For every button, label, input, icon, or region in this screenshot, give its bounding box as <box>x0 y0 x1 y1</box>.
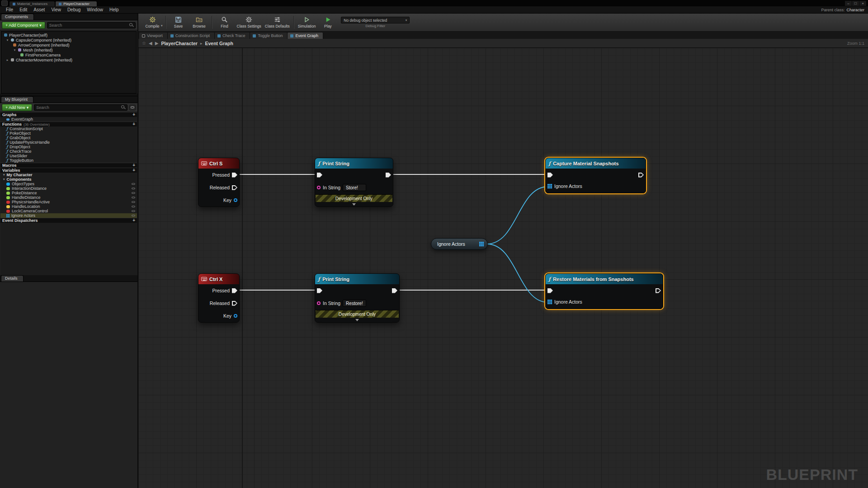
browse-button[interactable]: Browse <box>189 14 210 31</box>
view-options-button[interactable] <box>129 105 136 110</box>
add-component-button[interactable]: + Add Component ▾ <box>2 22 45 29</box>
array-pin[interactable] <box>547 300 552 304</box>
components-search-input[interactable] <box>49 23 127 28</box>
array-wire[interactable] <box>487 187 548 244</box>
expander-icon[interactable]: ▾ <box>6 38 9 42</box>
breadcrumb-event-graph[interactable]: Event Graph <box>205 41 233 46</box>
variable-row-ignore-actors[interactable]: Ignore Actors <box>0 213 137 218</box>
asset-tab-playercharacter[interactable]: PlayerCharacter <box>55 1 97 6</box>
array-pin[interactable] <box>479 242 484 246</box>
function-row[interactable]: ƒUpdatePhysicsHandle <box>0 140 137 145</box>
variable-row[interactable]: HandleLocation <box>0 204 137 209</box>
macros-section-header[interactable]: Macros + <box>0 163 137 168</box>
key-pin[interactable] <box>234 314 237 318</box>
exec-out-pin[interactable] <box>392 288 397 293</box>
functions-section-header[interactable]: Functions (36 Overridable) + <box>0 122 137 127</box>
node-ignore-actors-variable[interactable]: Ignore Actors <box>431 238 488 250</box>
node-header[interactable]: ƒ Print String <box>315 158 393 169</box>
function-row[interactable]: ƒGrabObject <box>0 136 137 140</box>
function-row[interactable]: ƒPokeObject <box>0 131 137 136</box>
node-header[interactable]: ƒ Capture Material Snapshots <box>546 158 646 169</box>
node-collapse-strip[interactable] <box>315 318 399 322</box>
bookmark-star-icon[interactable]: ☆ <box>142 41 146 46</box>
node-capture-material-snapshots[interactable]: ƒ Capture Material Snapshots Ignore Acto… <box>545 158 646 193</box>
add-macro-button[interactable]: + <box>132 164 135 167</box>
components-search[interactable] <box>47 22 136 28</box>
array-pin[interactable] <box>547 184 552 188</box>
eye-icon[interactable] <box>132 188 135 189</box>
dispatchers-section-header[interactable]: Event Dispatchers + <box>0 218 137 223</box>
node-print-string-restore[interactable]: ƒ Print String In String Development Onl… <box>315 273 400 323</box>
variable-row[interactable]: PokeDistance <box>0 191 137 195</box>
node-header[interactable]: ƒ Print String <box>315 274 399 284</box>
add-variable-button[interactable]: + <box>132 169 135 172</box>
close-button[interactable]: × <box>859 1 866 6</box>
node-ctrl-s[interactable]: Ctrl S Pressed Released Key <box>198 158 240 207</box>
exec-in-pin[interactable] <box>317 288 322 293</box>
my-blueprint-search[interactable] <box>34 104 127 111</box>
class-settings-button[interactable]: Class Settings <box>235 14 263 31</box>
play-button[interactable]: Play <box>317 14 338 31</box>
expander-icon[interactable]: ▾ <box>3 178 5 181</box>
variable-row[interactable]: ObjectTypes <box>0 182 137 186</box>
variable-category-my-character[interactable]: ▾ My Character <box>0 173 137 177</box>
nav-forward-icon[interactable]: ▶ <box>155 41 159 46</box>
components-panel-tab[interactable]: Components <box>1 14 34 20</box>
menu-help[interactable]: Help <box>106 7 122 12</box>
tab-viewport[interactable]: Viewport <box>139 33 168 39</box>
component-row-camera[interactable]: FirstPersonCamera <box>1 52 136 57</box>
parent-class-value[interactable]: Character <box>846 8 864 12</box>
exec-out-pin[interactable] <box>232 288 237 293</box>
node-header[interactable]: Ctrl S <box>198 158 239 169</box>
string-pin[interactable] <box>317 301 321 305</box>
debug-object-dropdown[interactable]: No debug object selected ▾ <box>341 17 410 23</box>
event-graph-canvas[interactable]: Ctrl S Pressed Released Key ƒ <box>138 48 868 488</box>
node-header[interactable]: ƒ Restore Materials from Snapshots <box>546 274 663 284</box>
variable-category-components[interactable]: ▾ Components <box>0 177 137 182</box>
exec-out-pin[interactable] <box>232 185 237 190</box>
menu-asset[interactable]: Asset <box>30 7 48 12</box>
tab-check-trace[interactable]: Check Trace <box>215 33 250 39</box>
add-dispatcher-button[interactable]: + <box>132 219 135 222</box>
menu-view[interactable]: View <box>48 7 64 12</box>
array-wire[interactable] <box>487 244 548 302</box>
menu-edit[interactable]: Edit <box>16 7 30 12</box>
graph-row-eventgraph[interactable]: EventGraph <box>0 117 137 122</box>
exec-in-pin[interactable] <box>317 173 322 178</box>
eye-icon[interactable] <box>132 215 135 216</box>
expander-icon[interactable]: ▾ <box>13 48 16 52</box>
exec-out-pin[interactable] <box>232 301 237 306</box>
exec-in-pin[interactable] <box>547 288 553 293</box>
add-graph-button[interactable]: + <box>132 113 135 117</box>
minimize-button[interactable]: – <box>845 1 852 6</box>
add-new-button[interactable]: + Add New ▾ <box>2 104 32 111</box>
function-row[interactable]: ƒConstructionScript <box>0 127 137 131</box>
function-row[interactable]: ƒDropObject <box>0 145 137 149</box>
details-panel-tab[interactable]: Details <box>1 275 24 282</box>
nav-back-icon[interactable]: ◀ <box>149 41 152 46</box>
tab-event-graph[interactable]: Event Graph <box>288 33 323 39</box>
variable-row[interactable]: LockCameraControl <box>0 209 137 213</box>
eye-icon[interactable] <box>132 192 135 194</box>
find-button[interactable]: Find <box>214 14 235 31</box>
my-blueprint-panel-tab[interactable]: My Blueprint <box>1 96 33 103</box>
my-blueprint-search-input[interactable] <box>36 105 119 110</box>
tab-toggle-button[interactable]: Toggle Button <box>250 33 288 39</box>
variable-row[interactable]: HandleDistance <box>0 195 137 200</box>
add-function-button[interactable]: + <box>132 122 135 126</box>
expander-icon[interactable]: ▸ <box>6 58 9 62</box>
variables-section-header[interactable]: Variables + <box>0 168 137 173</box>
component-row-arrow[interactable]: ArrowComponent (Inherited) <box>1 42 136 47</box>
asset-tab-material-instances[interactable]: Material_Instances <box>9 1 55 6</box>
tab-construction-script[interactable]: Construction Script <box>168 33 215 39</box>
exec-out-pin[interactable] <box>386 173 391 178</box>
eye-icon[interactable] <box>132 197 135 198</box>
in-string-field[interactable] <box>343 184 366 191</box>
function-row[interactable]: ƒCheckTrace <box>0 149 137 154</box>
exec-out-pin[interactable] <box>656 288 661 293</box>
string-pin[interactable] <box>317 186 321 189</box>
graphs-section-header[interactable]: Graphs + <box>0 112 137 117</box>
eye-icon[interactable] <box>132 210 135 212</box>
eye-icon[interactable] <box>132 206 135 207</box>
menu-debug[interactable]: Debug <box>64 7 84 12</box>
